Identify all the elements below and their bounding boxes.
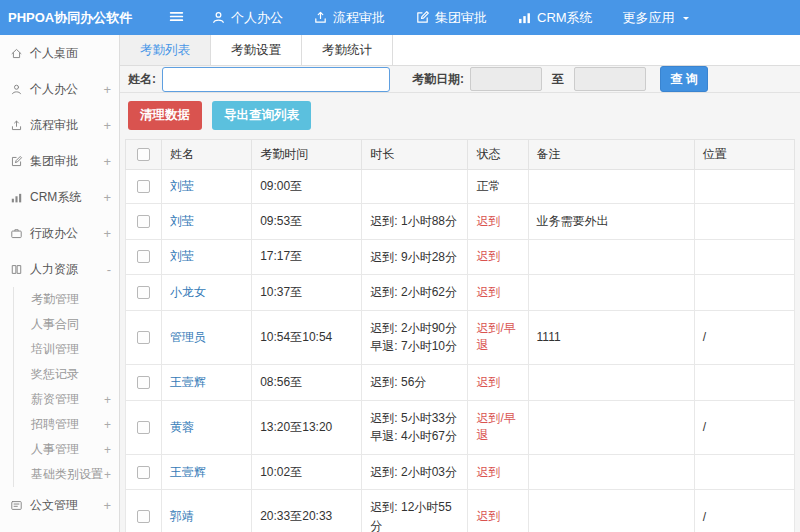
nav-workflow-approval[interactable]: 流程审批 xyxy=(313,9,385,27)
duration: 迟到: 12小时55分 xyxy=(362,490,468,532)
expand-sign: + xyxy=(103,118,111,133)
sidebar-subitem-reward-records[interactable]: 奖惩记录 xyxy=(14,362,119,387)
sidebar-subitem-recruitment-management[interactable]: 招聘管理 + xyxy=(14,412,119,437)
sidebar-item-label: 公文管理 xyxy=(30,497,103,514)
search-button[interactable]: 查 询 xyxy=(660,66,708,92)
hamburger-icon xyxy=(168,8,185,28)
expand-sign: + xyxy=(103,226,111,241)
tab-attendance-list[interactable]: 考勤列表 xyxy=(120,35,211,65)
duration: 迟到: 2小时03分 xyxy=(362,454,468,490)
select-all-checkbox[interactable] xyxy=(137,148,150,161)
nav-group-approval[interactable]: 集团审批 xyxy=(415,9,487,27)
sidebar-subitem-label: 培训管理 xyxy=(31,341,111,358)
user-icon xyxy=(211,10,226,25)
sidebar-subitem-hr-contract[interactable]: 人事合同 xyxy=(14,312,119,337)
note xyxy=(528,275,694,311)
note xyxy=(528,454,694,490)
employee-name-link[interactable]: 管理员 xyxy=(170,330,206,344)
sidebar-subitem-base-category-settings[interactable]: 基础类别设置 + xyxy=(14,462,119,487)
expand-sign: + xyxy=(104,418,111,432)
duration: 迟到: 2小时90分 早退: 7小时10分 xyxy=(362,310,468,364)
col-header-location: 位置 xyxy=(694,140,794,170)
employee-name-link[interactable]: 郭靖 xyxy=(170,509,194,523)
nav-personal-office[interactable]: 个人办公 xyxy=(211,9,283,27)
row-checkbox[interactable] xyxy=(137,510,150,523)
row-checkbox[interactable] xyxy=(137,180,150,193)
employee-name-link[interactable]: 黄蓉 xyxy=(170,420,194,434)
sidebar-item-crm[interactable]: CRM系统 + xyxy=(0,179,119,215)
row-checkbox[interactable] xyxy=(137,331,150,344)
menu-toggle-button[interactable] xyxy=(168,8,185,28)
duration: 迟到: 9小时28分 xyxy=(362,239,468,275)
status-text: 迟到 xyxy=(468,275,528,311)
col-header-name: 姓名 xyxy=(162,140,252,170)
employee-name-link[interactable]: 王壹辉 xyxy=(170,465,206,479)
sidebar-item-human-resources[interactable]: 人力资源 - xyxy=(0,251,119,287)
row-checkbox[interactable] xyxy=(137,250,150,263)
sidebar-item-document-management[interactable]: 公文管理 + xyxy=(0,487,119,523)
sidebar-item-label: 集团审批 xyxy=(30,153,103,170)
employee-name-link[interactable]: 王壹辉 xyxy=(170,375,206,389)
employee-name-link[interactable]: 刘莹 xyxy=(170,214,194,228)
expand-sign: + xyxy=(103,190,111,205)
expand-sign: + xyxy=(103,498,111,513)
sidebar-item-vehicle-management[interactable]: 用车管理 + xyxy=(0,523,119,532)
employee-name-link[interactable]: 刘莹 xyxy=(170,249,194,263)
date-from-input[interactable] xyxy=(470,67,542,91)
date-to-input[interactable] xyxy=(574,67,646,91)
row-checkbox[interactable] xyxy=(137,466,150,479)
name-label: 姓名: xyxy=(128,71,156,88)
clean-data-button[interactable]: 清理数据 xyxy=(128,101,202,130)
nav-more-apps[interactable]: 更多应用 xyxy=(623,9,692,27)
edit-icon xyxy=(10,155,23,168)
caret-down-icon xyxy=(680,12,692,24)
tab-attendance-settings[interactable]: 考勤设置 xyxy=(211,35,302,65)
row-checkbox[interactable] xyxy=(137,421,150,434)
sidebar-subitem-attendance-management[interactable]: 考勤管理 xyxy=(14,287,119,312)
main-content: 考勤列表 考勤设置 考勤统计 姓名: 考勤日期: 至 查 询 清理数据 导出查询… xyxy=(120,35,800,532)
user-icon xyxy=(10,83,23,96)
briefcase-icon xyxy=(10,227,23,240)
row-checkbox[interactable] xyxy=(137,286,150,299)
tab-attendance-statistics[interactable]: 考勤统计 xyxy=(302,35,393,65)
duration: 迟到: 56分 xyxy=(362,364,468,400)
nav-crm-system[interactable]: CRM系统 xyxy=(517,9,593,27)
table-row: 黄蓉 13:20至13:20 迟到: 5小时33分 早退: 4小时67分 迟到/… xyxy=(126,400,795,454)
note: 业务需要外出 xyxy=(528,204,694,240)
note xyxy=(528,170,694,204)
status-text: 迟到 xyxy=(468,454,528,490)
attendance-table-container: 姓名 考勤时间 时长 状态 备注 位置 刘莹 09:00至 正常 xyxy=(125,139,795,532)
attendance-time: 09:00至 xyxy=(252,170,362,204)
employee-name-link[interactable]: 刘莹 xyxy=(170,179,194,193)
attendance-table: 姓名 考勤时间 时长 状态 备注 位置 刘莹 09:00至 正常 xyxy=(125,139,795,532)
sidebar-item-admin-office[interactable]: 行政办公 + xyxy=(0,215,119,251)
sidebar-item-workflow-approval[interactable]: 流程审批 + xyxy=(0,107,119,143)
note xyxy=(528,364,694,400)
nav-label: 流程审批 xyxy=(333,9,385,27)
export-list-button[interactable]: 导出查询列表 xyxy=(212,101,311,130)
sidebar-subitem-salary-management[interactable]: 薪资管理 + xyxy=(14,387,119,412)
sidebar-item-personal-desktop[interactable]: 个人桌面 xyxy=(0,35,119,71)
sidebar-item-personal-office[interactable]: 个人办公 + xyxy=(0,71,119,107)
attendance-time: 20:33至20:33 xyxy=(252,490,362,532)
expand-sign: + xyxy=(103,82,111,97)
sidebar-item-group-approval[interactable]: 集团审批 + xyxy=(0,143,119,179)
table-row: 王壹辉 08:56至 迟到: 56分 迟到 xyxy=(126,364,795,400)
sidebar-subitem-training-management[interactable]: 培训管理 xyxy=(14,337,119,362)
attendance-time: 10:54至10:54 xyxy=(252,310,362,364)
row-checkbox[interactable] xyxy=(137,215,150,228)
duration: 迟到: 1小时88分 xyxy=(362,204,468,240)
duration xyxy=(362,170,468,204)
sidebar-subitem-label: 基础类别设置 xyxy=(31,466,104,483)
home-icon xyxy=(10,47,23,60)
sidebar-subitem-label: 考勤管理 xyxy=(31,291,111,308)
employee-name-link[interactable]: 小龙女 xyxy=(170,285,206,299)
date-label: 考勤日期: xyxy=(412,71,464,88)
row-checkbox[interactable] xyxy=(137,376,150,389)
name-input[interactable] xyxy=(162,67,390,92)
location xyxy=(694,454,794,490)
app-logo[interactable]: PHPOA协同办公软件 xyxy=(0,9,120,27)
sidebar-subitem-personnel-management[interactable]: 人事管理 + xyxy=(14,437,119,462)
to-label: 至 xyxy=(552,71,564,88)
attendance-time: 10:02至 xyxy=(252,454,362,490)
